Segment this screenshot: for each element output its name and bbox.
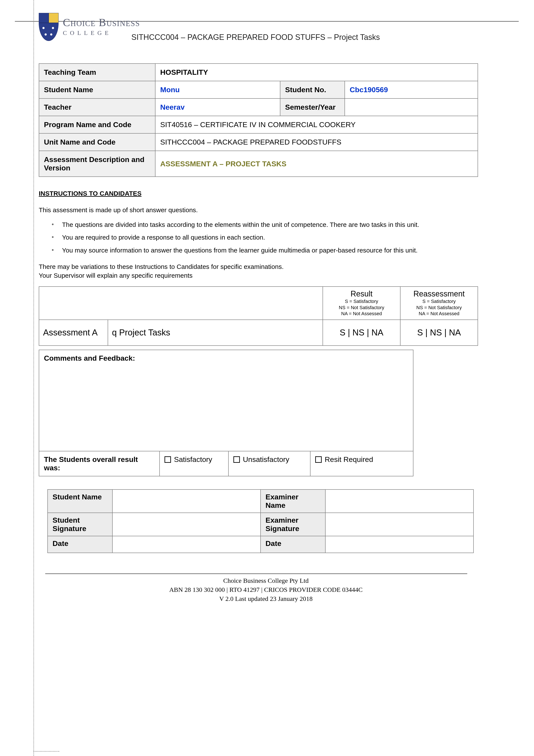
- option-resit: Resit Required: [310, 451, 413, 476]
- footer-rule: [45, 574, 467, 574]
- assessment-a-name: q Project Tasks: [108, 320, 323, 346]
- option-satisfactory: Satisfactory: [160, 451, 228, 476]
- reassessment-header-cell: Reassessment S = Satisfactory NS = Not S…: [400, 286, 478, 320]
- footer: Choice Business College Pty Ltd ABN 28 1…: [39, 576, 493, 603]
- instructions-heading: INSTRUCTIONS TO CANDIDATES: [39, 190, 493, 197]
- label-student-sig: Student Signature: [48, 513, 113, 536]
- label-unit: Unit Name and Code: [39, 133, 155, 151]
- footer-line-2: ABN 28 130 302 000 | RTO 41297 | CRICOS …: [39, 585, 493, 594]
- label-date-student: Date: [48, 536, 113, 553]
- instruction-item: You are required to provide a response t…: [52, 233, 493, 242]
- instructions-list: The questions are divided into tasks acc…: [52, 220, 493, 255]
- assessment-a-label: Assessment A: [39, 320, 108, 346]
- value-examiner-name: [325, 490, 473, 513]
- checkbox-icon: [233, 456, 240, 463]
- option-unsatisfactory: Unsatisfactory: [228, 451, 310, 476]
- footer-line-1: Choice Business College Pty Ltd: [39, 576, 493, 585]
- value-student-no: Cbc190569: [345, 81, 478, 98]
- value-examiner-sig: [325, 513, 473, 536]
- label-assessment: Assessment Description and Version: [39, 151, 155, 177]
- value-student-name-sig: [113, 490, 261, 513]
- label-teacher: Teacher: [39, 98, 155, 116]
- brand-sub: COLLEGE: [63, 30, 140, 37]
- label-student-name-sig: Student Name: [48, 490, 113, 513]
- comments-heading: Comments and Feedback:: [39, 350, 413, 451]
- info-table: Teaching Team HOSPITALITY Student Name M…: [39, 63, 478, 177]
- label-teaching-team: Teaching Team: [39, 64, 155, 81]
- value-unit: SITHCCC004 – PACKAGE PREPARED FOODSTUFFS: [155, 133, 478, 151]
- college-logo: [39, 13, 59, 41]
- checkbox-icon: [165, 456, 171, 463]
- instructions-note: There may be variations to these Instruc…: [39, 262, 493, 280]
- value-teaching-team: HOSPITALITY: [155, 64, 478, 81]
- value-assessment: ASSESSMENT A – PROJECT TASKS: [155, 151, 478, 177]
- crop-guide-bottom: [33, 751, 59, 752]
- crop-guide-left: [33, 0, 34, 756]
- instruction-item: The questions are divided into tasks acc…: [52, 220, 493, 230]
- checkbox-icon: [315, 456, 322, 463]
- overall-result-label: The Students overall result was:: [39, 451, 160, 476]
- value-date-student: [113, 536, 261, 553]
- result-codes: S | NS | NA: [323, 320, 400, 346]
- instructions-intro: This assessment is made up of short answ…: [39, 206, 493, 215]
- result-table: Result S = Satisfactory NS = Not Satisfa…: [39, 286, 478, 346]
- document-title: SITHCCC004 – PACKAGE PREPARED FOOD STUFF…: [131, 33, 493, 42]
- label-student-no: Student No.: [280, 81, 345, 98]
- value-student-sig: [113, 513, 261, 536]
- footer-line-3: V 2.0 Last updated 23 January 2018: [39, 594, 493, 603]
- value-semester: [345, 98, 478, 116]
- reassessment-codes: S | NS | NA: [400, 320, 478, 346]
- label-program: Program Name and Code: [39, 116, 155, 133]
- brand-name: Choice Business: [63, 16, 140, 29]
- result-header-cell: Result S = Satisfactory NS = Not Satisfa…: [323, 286, 400, 320]
- value-teacher: Neerav: [155, 98, 280, 116]
- label-examiner-sig: Examiner Signature: [261, 513, 325, 536]
- comments-table: Comments and Feedback: The Students over…: [39, 350, 414, 476]
- label-semester: Semester/Year: [280, 98, 345, 116]
- label-student-name: Student Name: [39, 81, 155, 98]
- label-date-examiner: Date: [261, 536, 325, 553]
- brand-text: Choice Business COLLEGE: [63, 13, 140, 37]
- label-examiner-name: Examiner Name: [261, 490, 325, 513]
- value-student-name: Monu: [155, 81, 280, 98]
- page-content: Choice Business COLLEGE SITHCCC004 – PAC…: [39, 13, 493, 603]
- signature-table: Student Name Examiner Name Student Signa…: [47, 489, 474, 553]
- value-date-examiner: [325, 536, 473, 553]
- instruction-item: You may source information to answer the…: [52, 246, 493, 255]
- value-program: SIT40516 – CERTIFICATE IV IN COMMERCIAL …: [155, 116, 478, 133]
